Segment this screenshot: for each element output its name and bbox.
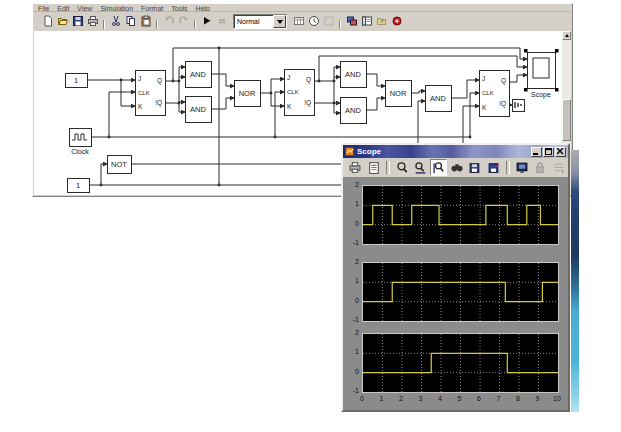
paste-icon[interactable] bbox=[139, 14, 152, 27]
lock-axes-icon[interactable] bbox=[532, 159, 548, 176]
sim-time-icon[interactable] bbox=[307, 14, 320, 27]
maximize-button[interactable] bbox=[543, 147, 554, 157]
menu-edit[interactable]: Edit bbox=[57, 5, 69, 12]
wire-junction bbox=[469, 136, 472, 139]
redo-icon[interactable] bbox=[177, 14, 190, 27]
wire bbox=[451, 80, 479, 98]
block-constant-1[interactable]: 1 bbox=[66, 74, 88, 88]
open-icon[interactable] bbox=[56, 14, 69, 27]
block-not-1[interactable]: NOT bbox=[108, 156, 132, 174]
block-nor-2[interactable]: NOR bbox=[386, 81, 412, 107]
select-signal-icon[interactable] bbox=[551, 159, 567, 176]
svg-text:Scope: Scope bbox=[531, 91, 551, 99]
menu-file[interactable]: File bbox=[38, 5, 49, 12]
wire bbox=[211, 74, 234, 86]
new-file-icon[interactable] bbox=[41, 14, 54, 27]
selection-handle[interactable] bbox=[555, 88, 559, 92]
block-and-1[interactable]: AND bbox=[186, 62, 212, 88]
scroll-up-button[interactable] bbox=[562, 31, 571, 40]
selection-handle[interactable] bbox=[524, 88, 528, 92]
undo-icon[interactable] bbox=[162, 14, 175, 27]
close-button[interactable] bbox=[555, 147, 566, 157]
parameters-icon[interactable] bbox=[365, 159, 381, 176]
svg-text:Q: Q bbox=[157, 77, 162, 85]
library-browser-icon[interactable] bbox=[345, 14, 358, 27]
x-tick-label: 0 bbox=[360, 395, 364, 402]
block-and-5[interactable]: AND bbox=[426, 86, 452, 112]
block-scope-block[interactable]: Scope bbox=[524, 49, 559, 99]
copy-icon[interactable] bbox=[124, 14, 137, 27]
debug-target-icon[interactable] bbox=[390, 14, 403, 27]
svg-text:Q: Q bbox=[306, 76, 311, 84]
block-and-4[interactable]: AND bbox=[341, 98, 367, 124]
block-clock[interactable]: Clock bbox=[70, 129, 92, 156]
selection-handle[interactable] bbox=[555, 49, 559, 53]
scroll-thumb[interactable] bbox=[562, 99, 571, 141]
svg-text:K: K bbox=[287, 103, 292, 110]
scope-axes-3[interactable] bbox=[362, 333, 559, 393]
scope-titlebar[interactable]: Scope bbox=[343, 145, 568, 158]
restore-axes-icon[interactable] bbox=[486, 159, 502, 176]
simulation-mode-dropdown[interactable]: Normal bbox=[233, 14, 287, 29]
menu-help[interactable]: Help bbox=[196, 5, 210, 12]
save-axes-icon[interactable] bbox=[467, 159, 483, 176]
menu-view[interactable]: View bbox=[77, 5, 92, 12]
blank-icon[interactable] bbox=[322, 14, 335, 27]
desktop: FileEditViewSimulationFormatToolsHelp No… bbox=[0, 0, 621, 432]
block-jkff-3[interactable]: JCLKKQ!Q bbox=[480, 71, 510, 117]
block-constant-2[interactable]: 1 bbox=[68, 179, 90, 193]
menu-tools[interactable]: Tools bbox=[171, 5, 187, 12]
zoom-x-icon[interactable] bbox=[412, 159, 428, 176]
floating-scope-icon[interactable] bbox=[514, 159, 530, 176]
up-level-icon[interactable] bbox=[375, 14, 388, 27]
y-tick-label: 2 bbox=[345, 329, 359, 336]
model-browser-icon[interactable] bbox=[360, 14, 373, 27]
update-diagram-icon[interactable] bbox=[292, 14, 305, 27]
wire bbox=[509, 75, 527, 82]
wire-junction bbox=[178, 102, 181, 105]
y-tick-label: -1 bbox=[345, 387, 359, 394]
block-nor-1[interactable]: NOR bbox=[235, 81, 261, 107]
menu-format[interactable]: Format bbox=[141, 5, 163, 12]
svg-text:1: 1 bbox=[74, 76, 78, 85]
zoom-y-icon[interactable] bbox=[430, 159, 446, 176]
block-and-3[interactable]: AND bbox=[341, 62, 367, 88]
wire-junction bbox=[172, 80, 175, 83]
wire bbox=[109, 92, 135, 137]
x-tick-label: 9 bbox=[536, 395, 540, 402]
scope-window: Scope 210-1210-1210-1012345678910 bbox=[341, 143, 570, 412]
cut-icon[interactable] bbox=[109, 14, 122, 27]
zoom-icon[interactable] bbox=[394, 159, 410, 176]
minimize-button[interactable] bbox=[531, 147, 542, 157]
y-tick-label: 0 bbox=[345, 297, 359, 304]
wire-junction bbox=[274, 136, 277, 139]
toolbar-separator bbox=[103, 20, 105, 29]
y-tick-label: 0 bbox=[345, 220, 359, 227]
scope-app-icon bbox=[345, 147, 354, 156]
block-terminator-1[interactable] bbox=[513, 100, 525, 112]
autoscale-icon[interactable] bbox=[449, 159, 465, 176]
play-icon[interactable] bbox=[200, 14, 213, 27]
wire-junction bbox=[120, 79, 123, 82]
selection-handle[interactable] bbox=[524, 49, 528, 53]
scope-axes-1[interactable] bbox=[362, 185, 559, 245]
save-icon[interactable] bbox=[71, 14, 84, 27]
block-and-2[interactable]: AND bbox=[186, 97, 212, 123]
block-jkff-1[interactable]: JCLKKQ!Q bbox=[136, 71, 166, 116]
menu-simulation[interactable]: Simulation bbox=[100, 5, 133, 12]
svg-text:CLK: CLK bbox=[482, 90, 494, 96]
svg-text:J: J bbox=[138, 75, 141, 82]
print-icon[interactable] bbox=[86, 14, 99, 27]
y-tick-label: -1 bbox=[345, 239, 359, 246]
dropdown-arrow-icon[interactable] bbox=[273, 15, 286, 28]
block-jkff-2[interactable]: JCLKKQ!Q bbox=[285, 70, 315, 116]
stop-icon[interactable] bbox=[215, 14, 228, 27]
svg-text:J: J bbox=[482, 75, 485, 82]
wire-junction bbox=[108, 136, 111, 139]
svg-text:K: K bbox=[138, 103, 143, 110]
wire-junction bbox=[218, 47, 221, 50]
scope-axes-2[interactable] bbox=[362, 262, 559, 322]
wire bbox=[411, 91, 425, 93]
print-icon[interactable] bbox=[347, 159, 363, 176]
simulation-mode-value: Normal bbox=[234, 18, 273, 25]
